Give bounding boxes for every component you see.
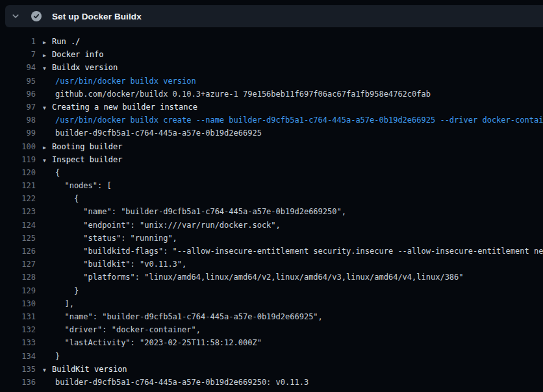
log-line: 131 "name": "builder-d9cfb5a1-c764-445a-…	[0, 310, 543, 323]
log-line-text: "name": "builder-d9cfb5a1-c764-445a-a57e…	[55, 310, 323, 323]
log-line-text: ],	[55, 297, 74, 310]
log-line-text: }	[55, 284, 79, 297]
log-line-number[interactable]: 128	[0, 271, 36, 284]
chevron-down-icon[interactable]: ▼	[43, 62, 52, 75]
log-line-number[interactable]: 125	[0, 232, 36, 245]
log-line-text: github.com/docker/buildx 0.10.3+azure-1 …	[55, 88, 431, 101]
log-line-text: /usr/bin/docker buildx version	[55, 75, 196, 88]
log-line-number[interactable]: 122	[0, 192, 36, 205]
log-line: 125 "status": "running",	[0, 232, 543, 245]
log-line-number[interactable]: 120	[0, 166, 36, 179]
log-line-text: Inspect builder	[52, 153, 122, 166]
log-line-text: "status": "running",	[55, 232, 177, 245]
log-line-number[interactable]: 132	[0, 323, 36, 336]
chevron-down-icon[interactable]: ▼	[43, 102, 52, 115]
log-line-number[interactable]: 94	[0, 61, 36, 74]
log-line: 99builder-d9cfb5a1-c764-445a-a57e-0b19d2…	[0, 127, 543, 140]
log-line-text: {	[55, 166, 60, 179]
log-line[interactable]: 7▶Docker info	[0, 48, 543, 61]
log-line-number[interactable]: 97	[0, 101, 36, 114]
log-line[interactable]: 1▶Run ./	[0, 35, 543, 48]
log-line: 121 "nodes": [	[0, 179, 543, 192]
chevron-down-icon[interactable]: ▼	[43, 154, 52, 167]
chevron-down-icon[interactable]: ▼	[43, 364, 52, 377]
log-line-number[interactable]: 124	[0, 219, 36, 232]
log-line: 128 "platforms": "linux/amd64,linux/amd6…	[0, 271, 543, 284]
log-line-number[interactable]: 121	[0, 179, 36, 192]
log-line-number[interactable]: 119	[0, 153, 36, 166]
log-line-number[interactable]: 129	[0, 284, 36, 297]
log-line: 96github.com/docker/buildx 0.10.3+azure-…	[0, 88, 543, 101]
log-line: 124 "endpoint": "unix:///var/run/docker.…	[0, 219, 543, 232]
success-check-icon	[31, 11, 42, 21]
log-line[interactable]: 94▼Buildx version	[0, 61, 543, 74]
log-line-text: builder-d9cfb5a1-c764-445a-a57e-0b19d2e6…	[55, 127, 262, 140]
log-line: 120{	[0, 166, 543, 179]
log-line: 123 "name": "builder-d9cfb5a1-c764-445a-…	[0, 205, 543, 218]
log-line-number[interactable]: 123	[0, 205, 36, 218]
log-line-text: BuildKit version	[52, 363, 127, 376]
log-line-text: "driver": "docker-container",	[55, 323, 201, 336]
log-line[interactable]: 135▼BuildKit version	[0, 363, 543, 376]
log-line-number[interactable]: 99	[0, 127, 36, 140]
log-line-number[interactable]: 130	[0, 297, 36, 310]
step-title: Set up Docker Buildx	[52, 12, 142, 21]
log-line-text: "buildkit": "v0.11.3",	[55, 258, 186, 271]
step-header[interactable]: Set up Docker Buildx	[5, 5, 543, 27]
log-line-text: Creating a new builder instance	[52, 101, 197, 114]
log-line-text: "lastActivity": "2023-02-25T11:58:12.000…	[55, 336, 262, 349]
log-line-number[interactable]: 98	[0, 114, 36, 127]
log-lines: 1▶Run ./7▶Docker info94▼Buildx version95…	[0, 27, 543, 392]
log-line-number[interactable]: 133	[0, 336, 36, 349]
chevron-right-icon[interactable]: ▶	[43, 36, 52, 49]
log-line-text: }	[55, 350, 60, 363]
log-line: 127 "buildkit": "v0.11.3",	[0, 258, 543, 271]
log-line-number[interactable]: 135	[0, 363, 36, 376]
log-line-text: /usr/bin/docker buildx create --name bui…	[55, 114, 543, 127]
log-line-text: Docker info	[52, 48, 103, 61]
log-line-number[interactable]: 95	[0, 75, 36, 88]
log-line-text: "platforms": "linux/amd64,linux/amd64/v2…	[55, 271, 464, 284]
log-line-number[interactable]: 100	[0, 140, 36, 153]
log-line: 133 "lastActivity": "2023-02-25T11:58:12…	[0, 336, 543, 349]
log-line-number[interactable]: 126	[0, 245, 36, 258]
log-line-text: Run ./	[52, 35, 80, 48]
log-line: 130 ],	[0, 297, 543, 310]
log-line-text: "name": "builder-d9cfb5a1-c764-445a-a57e…	[55, 205, 346, 218]
log-line: 126 "buildkitd-flags": "--allow-insecure…	[0, 245, 543, 258]
log-line-text: "nodes": [	[55, 179, 112, 192]
log-line-number[interactable]: 96	[0, 88, 36, 101]
log-line[interactable]: 100▶Booting builder	[0, 140, 543, 153]
chevron-right-icon[interactable]: ▶	[43, 141, 52, 154]
log-line: 132 "driver": "docker-container",	[0, 323, 543, 336]
log-line[interactable]: 97▼Creating a new builder instance	[0, 101, 543, 114]
log-line-text: Buildx version	[52, 61, 118, 74]
log-line-number[interactable]: 134	[0, 350, 36, 363]
log-line: 136builder-d9cfb5a1-c764-445a-a57e-0b19d…	[0, 376, 543, 389]
log-line-text: "endpoint": "unix:///var/run/docker.sock…	[55, 219, 281, 232]
log-line-number[interactable]: 7	[0, 48, 36, 61]
log-line-number[interactable]: 136	[0, 376, 36, 389]
log-line-number[interactable]: 1	[0, 35, 36, 48]
log-line: 129 }	[0, 284, 543, 297]
log-line-number[interactable]: 127	[0, 258, 36, 271]
log-line: 95/usr/bin/docker buildx version	[0, 75, 543, 88]
log-line: 98/usr/bin/docker buildx create --name b…	[0, 114, 543, 127]
log-line-number[interactable]: 131	[0, 310, 36, 323]
log-line[interactable]: 119▼Inspect builder	[0, 153, 543, 166]
log-line-text: builder-d9cfb5a1-c764-445a-a57e-0b19d2e6…	[55, 376, 309, 389]
log-line-text: {	[55, 192, 79, 205]
log-line: 122 {	[0, 192, 543, 205]
log-line: 134}	[0, 350, 543, 363]
log-line-text: "buildkitd-flags": "--allow-insecure-ent…	[55, 245, 543, 258]
chevron-right-icon[interactable]: ▶	[43, 49, 52, 62]
log-line-text: Booting builder	[52, 140, 122, 153]
chevron-down-icon[interactable]	[5, 12, 26, 20]
